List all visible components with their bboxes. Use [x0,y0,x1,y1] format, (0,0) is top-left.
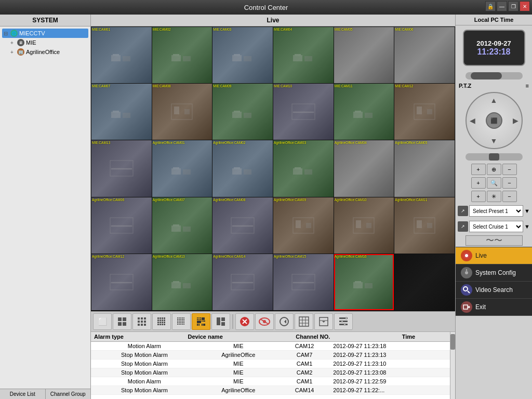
ptz-light-btn[interactable]: ✳ [487,191,501,202]
alarm-scroll[interactable]: Motion Alarm MIE CAM12 2012-09-27 11:23:… [91,342,450,399]
cam-cell-MIE:CAM02[interactable]: MIE:CAM02 [152,27,212,83]
cam-cell-AgrilineOffice:CAM06[interactable]: AgrilineOffice:CAM06 [91,197,152,254]
cam-cell-AgrilineOffice:CAM15[interactable]: AgrilineOffice:CAM15 [273,254,334,310]
svg-rect-7 [234,54,240,56]
cam-cell-MIE:CAM12[interactable]: MIE:CAM12 [394,84,455,140]
cam-cell-AgrilineOffice:CAM13[interactable]: AgrilineOffice:CAM13 [152,254,212,310]
layout-4x4-btn[interactable] [152,313,171,330]
svg-rect-79 [141,324,143,326]
ptz-focus-btn[interactable]: ⊕ [487,164,501,175]
cam-cell-MIE:CAM10[interactable]: MIE:CAM10 [273,84,334,140]
tree-item-mie[interactable]: + 🖥 MIE [2,38,88,47]
brightness-thumb[interactable] [471,72,502,79]
preset-dropdown-arrow[interactable]: ▼ [524,208,530,214]
wave-btn[interactable]: 〜〜 [466,235,523,246]
layout-2x2-btn[interactable] [113,313,131,330]
cam-cell-AgrilineOffice:CAM14[interactable]: AgrilineOffice:CAM14 [212,254,273,310]
ptz-iris-minus-btn[interactable]: − [502,177,517,189]
cam-cell-AgrilineOffice:CAM08[interactable]: AgrilineOffice:CAM08 [212,197,273,254]
cam-cell-AgrilineOffice:CAM05[interactable]: AgrilineOffice:CAM05 [394,140,455,196]
cam-label-26: AgrilineOffice:CAM14 [213,255,245,258]
cruise-dropdown-arrow[interactable]: ▼ [524,223,530,230]
table-scrollbar[interactable] [450,332,455,399]
ptz-speed-thumb[interactable] [489,153,499,161]
cam-cell-MIE:CAM06[interactable]: MIE:CAM06 [394,27,455,83]
ptz-left-arrow[interactable]: ◀ [470,116,475,125]
ptz-light-minus-btn[interactable]: − [502,191,517,202]
tab-channel-group[interactable]: Channel Group [46,389,91,399]
cam-cell-AgrilineOffice:CAM09[interactable]: AgrilineOffice:CAM09 [273,197,334,254]
svg-rect-130 [202,321,203,322]
cam-cell-AgrilineOffice:CAM11[interactable]: AgrilineOffice:CAM11 [394,197,455,254]
lock-btn[interactable]: 🔒 [485,1,496,11]
ptz-control[interactable]: ▲ ▼ ◀ ▶ ⬛ [466,92,523,149]
cam-cell-MIE:CAM11[interactable]: MIE:CAM11 [334,84,394,140]
brightness-slider[interactable] [466,72,523,79]
settings3-btn[interactable] [334,313,353,330]
minimize-btn[interactable]: — [497,1,507,11]
svg-rect-36 [244,169,251,175]
cam-label-28: AgrilineOffice:CAM16 [335,255,367,258]
grid-btn[interactable] [295,313,313,330]
alarm-type: Stop Motion Alarm [91,368,198,377]
cam-cell-AgrilineOffice:CAM01[interactable]: AgrilineOffice:CAM01 [152,140,212,196]
cam-cell-MIE:CAM05[interactable]: MIE:CAM05 [334,27,394,83]
nav-exit-btn[interactable]: Exit [456,299,532,316]
tree-expand-agriline[interactable]: + [10,49,16,55]
cam-cell-AgrilineOffice:CAM16[interactable]: AgrilineOffice:CAM16 [334,254,394,310]
cam-cell-MIE:CAM07[interactable]: MIE:CAM07 [91,84,152,140]
cam-cell-AgrilineOffice:CAM12[interactable]: AgrilineOffice:CAM12 [91,254,152,310]
cam-cell-MIE:CAM13[interactable]: MIE:CAM13 [91,140,152,196]
ptz-zoom-out-btn[interactable]: + [471,164,486,175]
ptz-speed-slider[interactable] [466,153,523,161]
record-stop-btn[interactable] [235,313,254,330]
ptz-iris-plus-btn[interactable]: + [471,177,486,189]
cam-cell-AgrilineOffice:CAM04[interactable]: AgrilineOffice:CAM04 [334,140,394,196]
title-controls[interactable]: 🔒 — ❐ ✕ [485,1,530,11]
cam-cell-MIE:CAM03[interactable]: MIE:CAM03 [212,27,273,83]
nav-live-btn[interactable]: Live [456,247,532,264]
svg-rect-2 [123,56,130,61]
maximize-btn[interactable]: ❐ [508,1,518,11]
layout-1x1-btn[interactable]: ⬜ [93,313,112,330]
col-alarm-type: Alarm type [91,332,184,342]
tree-item-miecctv[interactable]: ⊟ 🌐 MIECCTV [2,29,88,38]
tree-item-agriline[interactable]: + 🏢 AgrilineOffice [2,47,88,57]
nav-video-search-btn[interactable]: Video Search [456,282,532,299]
table-scroll-thumb[interactable] [450,334,455,350]
ptz-menu-icon[interactable]: ≡ [526,83,529,89]
layout-5x5-btn[interactable] [172,313,191,330]
ptz-down-arrow[interactable]: ▼ [490,137,498,145]
preset-select[interactable]: Select Preset 1 [469,205,523,217]
cam-cell-MIE:CAM01[interactable]: MIE:CAM01 [91,27,152,83]
ptz-right-arrow[interactable]: ▶ [513,116,518,125]
export-btn[interactable] [314,313,333,330]
tree-expand-miecctv[interactable]: ⊟ [4,31,9,36]
tab-device-list[interactable]: Device List [0,389,46,399]
ptz-up-arrow[interactable]: ▲ [490,96,498,104]
cruise-select[interactable]: Select Cruise 1 [469,221,523,232]
eye-btn[interactable] [255,313,274,330]
ptz-light-plus-btn[interactable]: + [471,191,486,202]
ptz-zoom-in-btn[interactable]: − [502,164,517,175]
motion-btn[interactable] [275,313,294,330]
tree-expand-mie[interactable]: + [10,40,16,46]
cam-cell-AgrilineOffice:CAM02[interactable]: AgrilineOffice:CAM02 [212,140,273,196]
ptz-center-btn[interactable]: ⬛ [486,112,502,129]
layout-split-btn[interactable] [211,313,230,330]
cam-cell-MIE:CAM08[interactable]: MIE:CAM08 [152,84,212,140]
layout-3x3-btn[interactable] [132,313,151,330]
close-btn[interactable]: ✕ [520,1,530,11]
cam-cell-MIE:CAM09[interactable]: MIE:CAM09 [212,84,273,140]
cam-cell-AgrilineOffice:CAM07[interactable]: AgrilineOffice:CAM07 [152,197,212,254]
nav-system-config-btn[interactable]: System Config [456,264,532,282]
svg-rect-98 [179,317,180,318]
ptz-iris-btn[interactable]: 🔍 [487,177,501,189]
cam-cell-empty1[interactable] [394,254,455,310]
cam-cell-AgrilineOffice:CAM10[interactable]: AgrilineOffice:CAM10 [334,197,394,254]
cam-cell-AgrilineOffice:CAM03[interactable]: AgrilineOffice:CAM03 [273,140,334,196]
svg-point-163 [463,287,468,291]
cam-cell-MIE:CAM04[interactable]: MIE:CAM04 [273,27,334,83]
layout-custom-btn[interactable] [192,313,210,330]
cam-label-5: MIE:CAM06 [395,28,413,31]
